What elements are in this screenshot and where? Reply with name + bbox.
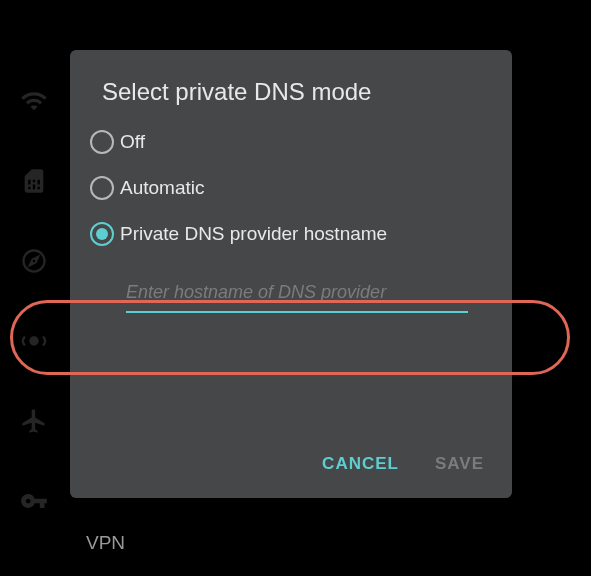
radio-label: Private DNS provider hostname: [120, 223, 387, 245]
sim-icon[interactable]: [18, 165, 50, 197]
compass-icon[interactable]: [18, 245, 50, 277]
cancel-button[interactable]: CANCEL: [322, 454, 399, 474]
hostname-input[interactable]: [126, 278, 468, 313]
hostname-input-wrap: [70, 278, 512, 313]
private-dns-dialog: Select private DNS mode Off Automatic Pr…: [70, 50, 512, 498]
save-button[interactable]: SAVE: [435, 454, 484, 474]
wifi-icon[interactable]: [18, 85, 50, 117]
sidebar: [18, 85, 50, 517]
airplane-icon[interactable]: [18, 405, 50, 437]
vpn-label[interactable]: VPN: [86, 532, 125, 554]
dialog-actions: CANCEL SAVE: [322, 454, 484, 474]
radio-icon: [90, 222, 114, 246]
radio-icon: [90, 176, 114, 200]
radio-icon: [90, 130, 114, 154]
radio-label: Automatic: [120, 177, 204, 199]
radio-option-automatic[interactable]: Automatic: [90, 176, 492, 200]
dns-mode-radio-group: Off Automatic Private DNS provider hostn…: [70, 130, 512, 246]
radio-option-off[interactable]: Off: [90, 130, 492, 154]
key-icon[interactable]: [18, 485, 50, 517]
radio-label: Off: [120, 131, 145, 153]
dialog-title: Select private DNS mode: [70, 78, 512, 130]
broadcast-icon[interactable]: [18, 325, 50, 357]
radio-option-provider-hostname[interactable]: Private DNS provider hostname: [90, 222, 492, 246]
